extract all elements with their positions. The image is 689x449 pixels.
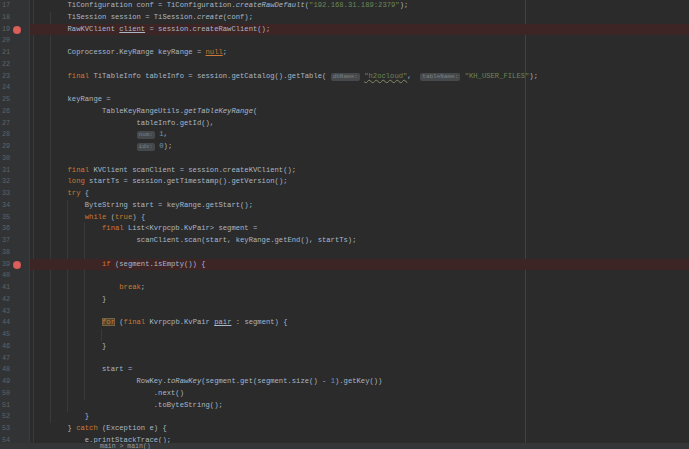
line-number[interactable]: 34 xyxy=(0,200,30,212)
line-number[interactable]: 43 xyxy=(0,306,30,318)
code-text[interactable]: } xyxy=(30,341,689,353)
code-line: 34 ByteString start = keyRange.getStart(… xyxy=(0,200,689,212)
editor-code-area[interactable]: 17 TiConfiguration conf = TiConfiguratio… xyxy=(0,0,689,447)
code-line: 23 final TiTableInfo tableInfo = session… xyxy=(0,71,689,83)
code-text[interactable]: TiConfiguration conf = TiConfiguration.c… xyxy=(30,0,689,12)
line-number[interactable]: 35 xyxy=(0,212,30,224)
code-text[interactable]: for (final Kvrpcpb.KvPair pair : segment… xyxy=(30,317,689,329)
line-number[interactable]: 36 xyxy=(0,223,30,235)
line-number[interactable]: 42 xyxy=(0,294,30,306)
line-number[interactable]: 25 xyxy=(0,94,30,106)
line-number[interactable]: 44 xyxy=(0,317,30,329)
breakpoint-icon[interactable] xyxy=(13,26,21,34)
line-number[interactable]: 22 xyxy=(0,59,30,71)
code-text[interactable]: TiSession session = TiSession.create(con… xyxy=(30,12,689,24)
code-text[interactable]: keyRange = xyxy=(30,94,689,106)
line-number[interactable]: 40 xyxy=(0,270,30,282)
line-number[interactable]: 48 xyxy=(0,364,30,376)
code-text[interactable]: ByteString start = keyRange.getStart(); xyxy=(30,200,689,212)
code-text[interactable]: final TiTableInfo tableInfo = session.ge… xyxy=(30,71,689,83)
code-line: 33 try { xyxy=(0,188,689,200)
code-text[interactable]: .next() xyxy=(30,388,689,400)
code-line: 35 while (true) { xyxy=(0,212,689,224)
code-text[interactable]: TableKeyRangeUtils.getTableKeyRange( xyxy=(30,106,689,118)
code-text[interactable]: num: 1, xyxy=(30,129,689,141)
code-text[interactable] xyxy=(30,35,689,47)
code-text[interactable]: RowKey.toRawKey(segment.get(segment.size… xyxy=(30,376,689,388)
line-number[interactable]: 27 xyxy=(0,118,30,130)
code-text[interactable]: tableInfo.getId(), xyxy=(30,118,689,130)
line-number[interactable]: 20 xyxy=(0,35,30,47)
line-number[interactable]: 52 xyxy=(0,411,30,423)
code-text[interactable]: idx: 0); xyxy=(30,141,689,153)
line-number[interactable]: 38 xyxy=(0,247,30,259)
code-text[interactable] xyxy=(30,353,689,365)
line-number[interactable]: 51 xyxy=(0,400,30,412)
code-text[interactable] xyxy=(30,247,689,259)
code-text[interactable]: if (segment.isEmpty()) { xyxy=(30,259,689,271)
code-line: 47 xyxy=(0,353,689,365)
line-number[interactable]: 45 xyxy=(0,329,30,341)
line-number[interactable]: 28 xyxy=(0,129,30,141)
code-token: TableKeyRangeUtils. xyxy=(33,107,184,115)
code-token: .toByteString(); xyxy=(33,401,223,409)
code-token: keyRange = xyxy=(33,95,111,103)
code-editor: 17 TiConfiguration conf = TiConfiguratio… xyxy=(0,0,689,449)
code-text[interactable]: Coprocessor.KeyRange keyRange = null; xyxy=(30,47,689,59)
line-number[interactable]: 30 xyxy=(0,153,30,165)
line-number[interactable]: 29 xyxy=(0,141,30,153)
code-text[interactable]: scanClient.scan(start, keyRange.getEnd()… xyxy=(30,235,689,247)
line-number[interactable]: 39 xyxy=(0,259,30,271)
code-token xyxy=(33,177,68,185)
line-number[interactable]: 33 xyxy=(0,188,30,200)
code-token: start = xyxy=(33,365,132,373)
code-text[interactable]: break; xyxy=(30,282,689,294)
line-number[interactable]: 47 xyxy=(0,353,30,365)
code-text[interactable]: } xyxy=(30,294,689,306)
line-number[interactable]: 53 xyxy=(0,423,30,435)
code-text[interactable]: .toByteString(); xyxy=(30,400,689,412)
line-number[interactable]: 18 xyxy=(0,12,30,24)
breadcrumb[interactable]: main > main() xyxy=(100,443,151,449)
code-line: 53 } catch (Exception e) { xyxy=(0,423,689,435)
line-number[interactable]: 46 xyxy=(0,341,30,353)
line-number[interactable]: 24 xyxy=(0,82,30,94)
code-text[interactable]: } catch (Exception e) { xyxy=(30,423,689,435)
line-number[interactable]: 50 xyxy=(0,388,30,400)
code-text[interactable] xyxy=(30,270,689,282)
line-number[interactable]: 49 xyxy=(0,376,30,388)
line-number[interactable]: 21 xyxy=(0,47,30,59)
code-text[interactable]: while (true) { xyxy=(30,212,689,224)
code-text[interactable]: start = xyxy=(30,364,689,376)
code-token: ) { xyxy=(132,213,145,221)
code-token xyxy=(33,142,137,150)
line-number[interactable]: 31 xyxy=(0,165,30,177)
line-number[interactable]: 32 xyxy=(0,176,30,188)
code-token: "192.168.31.189:2379" xyxy=(309,1,400,9)
code-line: 42 } xyxy=(0,294,689,306)
code-text[interactable] xyxy=(30,59,689,71)
code-token xyxy=(33,72,68,80)
code-text[interactable] xyxy=(30,329,689,341)
line-number[interactable]: 23 xyxy=(0,71,30,83)
code-token: TiTableInfo tableInfo = session.getCatal… xyxy=(89,72,331,80)
breakpoint-icon[interactable] xyxy=(13,261,21,269)
code-text[interactable]: try { xyxy=(30,188,689,200)
line-number[interactable]: 37 xyxy=(0,235,30,247)
line-number[interactable]: 41 xyxy=(0,282,30,294)
code-token: Coprocessor.KeyRange keyRange = xyxy=(33,48,206,56)
code-text[interactable]: final KVClient scanClient = session.crea… xyxy=(30,165,689,177)
line-number[interactable]: 17 xyxy=(0,0,30,12)
code-text[interactable]: } xyxy=(30,411,689,423)
code-text[interactable]: long startTs = session.getTimestamp().ge… xyxy=(30,176,689,188)
code-token: catch xyxy=(76,424,98,432)
code-text[interactable] xyxy=(30,306,689,318)
code-text[interactable]: final List<Kvrpcpb.KvPair> segment = xyxy=(30,223,689,235)
code-token: getTableKeyRange xyxy=(184,107,253,115)
code-text[interactable] xyxy=(30,82,689,94)
line-number[interactable]: 26 xyxy=(0,106,30,118)
code-text[interactable]: RawKVClient client = session.createRawCl… xyxy=(30,24,689,36)
line-number[interactable]: 19 xyxy=(0,24,30,36)
code-token: long xyxy=(68,177,85,185)
code-text[interactable] xyxy=(30,153,689,165)
